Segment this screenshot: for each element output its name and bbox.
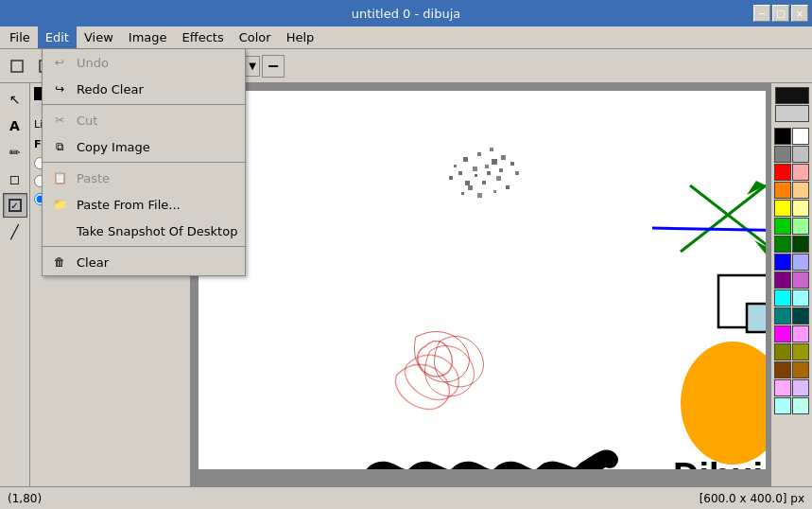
menu-file[interactable]: File [2, 26, 38, 48]
palette-color-red[interactable] [774, 164, 791, 181]
palette-color-lightgreen[interactable] [792, 218, 809, 235]
palette-color-lightyellow[interactable] [792, 200, 809, 217]
menu-item-clear[interactable]: 🗑 Clear [43, 249, 245, 275]
paste-icon: 📋 [50, 168, 69, 187]
menu-edit[interactable]: Edit [38, 26, 77, 48]
maximize-button[interactable]: □ [772, 5, 789, 22]
svg-rect-8 [501, 155, 506, 160]
svg-rect-5 [492, 159, 497, 165]
svg-rect-16 [506, 185, 510, 189]
palette-color-lightcyan[interactable] [792, 290, 809, 307]
palette-color-yellow2[interactable] [792, 343, 809, 360]
snapshot-icon [50, 221, 69, 240]
palette-color-lightpurple[interactable] [792, 272, 809, 289]
undo-label: Undo [77, 56, 109, 70]
separator-3 [43, 246, 245, 247]
tool-arrow[interactable]: ↖ [3, 87, 27, 112]
color-preview [775, 87, 809, 122]
tool-checkbox[interactable]: ✓ [3, 193, 27, 218]
foreground-color[interactable] [775, 87, 809, 104]
right-color-panel [770, 83, 812, 486]
background-color[interactable] [775, 105, 809, 122]
svg-rect-25 [493, 190, 496, 193]
palette-color-lightorange[interactable] [792, 182, 809, 199]
menu-item-paste[interactable]: 📋 Paste [43, 165, 245, 191]
svg-rect-13 [510, 162, 514, 166]
tool-shape[interactable]: ◻ [3, 167, 27, 191]
svg-rect-22 [461, 192, 464, 195]
menu-item-redo[interactable]: ↪ Redo Clear [43, 76, 245, 102]
close-button[interactable]: × [791, 5, 808, 22]
palette-color-lightblue[interactable] [792, 254, 809, 271]
svg-rect-21 [485, 165, 489, 168]
cursor-coords: (1,80) [8, 492, 42, 505]
palette-color-darkteal[interactable] [792, 307, 809, 325]
menu-effects[interactable]: Effects [175, 26, 232, 48]
svg-rect-19 [499, 168, 503, 172]
folder-icon: 📁 [50, 195, 69, 214]
zoom-dropdown-button[interactable]: ▼ [245, 56, 260, 77]
toolbar-btn-1[interactable] [4, 53, 30, 79]
svg-rect-23 [515, 171, 519, 175]
palette-color-lightred[interactable] [792, 164, 809, 181]
palette-color-cyan[interactable] [774, 290, 791, 307]
palette-color-gray[interactable] [774, 146, 791, 163]
canvas-area[interactable]: Dibuja [191, 83, 770, 486]
palette-color-blue[interactable] [774, 254, 791, 271]
canvas-dimensions: [600.0 x 400.0] px [700, 492, 804, 505]
menu-item-snapshot[interactable]: Take Snapshot Of Desktop [43, 218, 245, 244]
palette-color-yellow[interactable] [774, 200, 791, 217]
svg-rect-17 [490, 148, 493, 151]
tool-text[interactable]: A [3, 114, 27, 138]
svg-rect-12 [468, 185, 473, 190]
svg-rect-24 [449, 176, 453, 180]
cut-label: Cut [77, 114, 97, 128]
svg-rect-11 [482, 181, 486, 184]
palette-color-green[interactable] [774, 218, 791, 235]
palette-color-aqua[interactable] [774, 397, 791, 414]
svg-rect-18 [465, 181, 470, 185]
clear-label: Clear [77, 255, 109, 270]
color-palette [774, 128, 809, 414]
svg-rect-10 [496, 176, 501, 181]
tool-pencil[interactable]: ✏ [3, 140, 27, 165]
left-toolbar: ↖ A ✏ ◻ ✓ ╱ [0, 83, 30, 486]
svg-rect-15 [454, 165, 457, 167]
palette-color-black[interactable] [774, 128, 791, 145]
menu-help[interactable]: Help [279, 26, 322, 48]
palette-color-lightbrown[interactable] [792, 361, 809, 378]
statusbar: (1,80) [600.0 x 400.0] px [0, 486, 812, 509]
copy-icon: ⧉ [50, 137, 69, 156]
palette-color-pink[interactable] [774, 379, 791, 396]
menu-item-copy[interactable]: ⧉ Copy Image [43, 133, 245, 160]
palette-color-magenta[interactable] [774, 325, 791, 342]
menu-image[interactable]: Image [121, 26, 175, 48]
menu-view[interactable]: View [77, 26, 121, 48]
palette-color-silver[interactable] [792, 146, 809, 163]
menu-item-paste-file[interactable]: 📁 Paste From File... [43, 191, 245, 218]
palette-color-darkgreen[interactable] [774, 236, 791, 253]
svg-rect-4 [477, 152, 481, 156]
palette-color-teal[interactable] [774, 307, 791, 325]
menu-color[interactable]: Color [232, 26, 279, 48]
palette-color-white[interactable] [792, 128, 809, 145]
window-controls[interactable]: − □ × [753, 5, 808, 22]
palette-color-purple[interactable] [774, 272, 791, 289]
tool-line[interactable]: ╱ [3, 219, 27, 244]
menu-item-undo[interactable]: ↩ Undo [43, 49, 245, 76]
menu-item-cut[interactable]: ✂ Cut [43, 107, 245, 133]
canvas[interactable]: Dibuja [199, 91, 766, 469]
separator-2 [43, 162, 245, 163]
window-title: untitled 0 - dibuja [352, 7, 460, 21]
minimize-button[interactable]: − [753, 5, 770, 22]
zoom-minus-button[interactable]: − [262, 55, 285, 78]
palette-color-brown[interactable] [774, 361, 791, 378]
palette-color-olive[interactable] [774, 343, 791, 360]
palette-color-lavender[interactable] [792, 379, 809, 396]
palette-color-lightmagenta[interactable] [792, 325, 809, 342]
palette-color-verydarkgreen[interactable] [792, 236, 809, 253]
palette-color-mint[interactable] [792, 397, 809, 414]
copy-label: Copy Image [77, 140, 150, 154]
palette-color-orange[interactable] [774, 182, 791, 199]
svg-rect-6 [473, 167, 477, 171]
